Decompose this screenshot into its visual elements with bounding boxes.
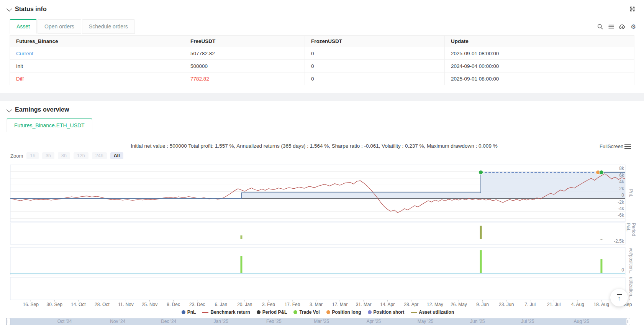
chart-menu-icon[interactable] <box>624 144 631 149</box>
date-label: 17. Feb <box>280 302 305 307</box>
legend-label: Position long <box>332 310 361 315</box>
y-tick-label: -6k <box>607 213 624 218</box>
legend-marker <box>182 310 185 314</box>
table-cell: 0 <box>305 47 445 60</box>
zoom-button-all[interactable]: All <box>110 152 123 159</box>
datazoom-month-label: Aug '25 <box>574 318 589 325</box>
zoom-button-8h[interactable]: 8h <box>58 152 70 159</box>
stats-line: Initial net value : 500000 Total profit:… <box>15 143 613 149</box>
collapse-chevron-icon[interactable] <box>7 6 12 12</box>
legend-item-pnl[interactable]: PnL <box>182 310 196 315</box>
legend-item-position-long[interactable]: Position long <box>326 310 361 315</box>
y-tick-label: 2k <box>607 186 624 191</box>
row-label[interactable]: Current <box>10 47 184 60</box>
tab-underline <box>0 132 644 132</box>
status-tabs: AssetOpen ordersSchedule orders <box>10 19 136 34</box>
table-cell: 0 <box>305 60 445 72</box>
table-row: Init50000002024-09-04 00:00:00 <box>10 60 634 72</box>
expand-icon[interactable] <box>628 5 636 13</box>
datazoom-right-handle[interactable] <box>626 318 630 325</box>
date-label: 21. Jul <box>542 302 566 307</box>
date-label: 28. Oct <box>90 302 114 307</box>
y-tick-label: 4k <box>607 179 624 184</box>
legend-item-period-p&l[interactable]: Period P&L <box>257 310 287 315</box>
zoom-button-12h[interactable]: 12h <box>74 152 88 159</box>
row-label[interactable]: Diff <box>10 72 184 85</box>
row-label[interactable]: Init <box>10 60 184 72</box>
zoom-label: Zoom <box>10 153 23 159</box>
datazoom-left-handle[interactable] <box>6 318 10 325</box>
tab-schedule-orders[interactable]: Schedule orders <box>82 19 135 34</box>
y-tick-label: -4k <box>607 206 624 211</box>
date-label: 3. Feb <box>256 302 281 307</box>
legend-label: Period P&L <box>262 310 287 315</box>
zoom-button-24h[interactable]: 24h <box>92 152 107 159</box>
cloud-download-icon[interactable] <box>618 23 626 30</box>
date-label: 6. Jan <box>209 302 233 307</box>
y-tick-label: 8k <box>607 166 624 171</box>
datazoom-month-label: Apr '25 <box>367 318 381 325</box>
date-label: 9. Jun <box>470 302 495 307</box>
legend-label: PnL <box>187 310 196 315</box>
legend-item-trade-vol[interactable]: Trade Vol <box>293 310 320 315</box>
back-to-top-button[interactable]: ↑ <box>610 289 628 306</box>
datazoom-month-label: Oct '24 <box>57 318 72 325</box>
datazoom-month-label: Jun '25 <box>470 318 485 325</box>
legend-marker <box>368 310 372 314</box>
legend-marker <box>202 312 208 313</box>
date-label: 17. Mar <box>328 302 352 307</box>
section-divider <box>0 93 644 101</box>
datazoom-month-label: Nov '24 <box>110 318 125 325</box>
column-header: Futures_Binance <box>10 36 184 47</box>
date-label: 3. Mar <box>304 302 328 307</box>
date-label: 26. May <box>446 302 471 307</box>
table-row: Current507782.8202025-09-01 08:00:00 <box>10 47 634 60</box>
gear-icon[interactable]: ⚙ <box>629 23 637 30</box>
y-tick-label: 0 <box>607 193 624 198</box>
axis-name: Period P&L <box>628 223 634 244</box>
tab-futures-binance-eth-usdt[interactable]: Futures_Binance.ETH_USDT <box>7 119 92 132</box>
fullscreen-button[interactable]: FullScreen <box>600 143 623 149</box>
legend-marker <box>411 312 417 313</box>
date-label: 20. Jan <box>233 302 257 307</box>
date-label: 14. Oct <box>66 302 90 307</box>
column-header: FrozenUSDT <box>305 36 445 47</box>
tab-open-orders[interactable]: Open orders <box>38 19 81 34</box>
date-label: 25. Nov <box>138 302 162 307</box>
date-label: 11. Nov <box>113 302 138 307</box>
table-cell: 0 <box>305 72 445 85</box>
search-icon[interactable] <box>596 23 604 30</box>
legend-item-benchmark-return[interactable]: Benchmark return <box>202 310 250 315</box>
chart-legend: PnLBenchmark returnPeriod P&LTrade VolPo… <box>10 309 625 316</box>
table-cell: 507782.82 <box>184 47 305 60</box>
column-header: FreeUSDT <box>184 36 305 47</box>
legend-marker <box>293 310 297 314</box>
legend-marker <box>257 310 261 314</box>
table-cell: 2024-09-04 00:00:00 <box>445 60 634 72</box>
legend-marker <box>326 310 330 314</box>
date-label: 31. Mar <box>351 302 376 307</box>
date-label: 28. Apr <box>399 302 423 307</box>
table-toolbar: ⚙ <box>596 23 637 30</box>
datazoom-month-label: Jul '25 <box>521 318 534 325</box>
table-cell: 2025-09-01 08:00:00 <box>445 72 634 85</box>
menu-icon[interactable] <box>607 23 615 30</box>
status-section-title: Status info <box>15 5 47 13</box>
datazoom-month-label: Mar '25 <box>314 318 329 325</box>
zoom-button-1h[interactable]: 1h <box>26 152 39 159</box>
zoom-button-3h[interactable]: 3h <box>42 152 54 159</box>
axis-name: vol/position... <box>628 247 634 275</box>
status-table: Futures_BinanceFreeUSDTFrozenUSDTUpdate … <box>10 35 634 85</box>
date-label: 4. Aug <box>565 302 590 307</box>
axis-name: PnL <box>628 165 634 222</box>
legend-label: Benchmark return <box>210 310 250 315</box>
date-label: 14. Apr <box>375 302 400 307</box>
date-label: 7. Jul <box>518 302 542 307</box>
earnings-section-title: Earnings overview <box>15 106 69 114</box>
datazoom-month-label: Feb '25 <box>266 318 282 325</box>
tab-asset[interactable]: Asset <box>10 19 37 34</box>
legend-item-position-short[interactable]: Position short <box>368 310 405 315</box>
page: Status info AssetOpen ordersSchedule ord… <box>0 0 644 326</box>
legend-item-asset-utilization[interactable]: Asset utilization <box>411 310 454 315</box>
collapse-chevron-icon[interactable] <box>7 107 12 112</box>
